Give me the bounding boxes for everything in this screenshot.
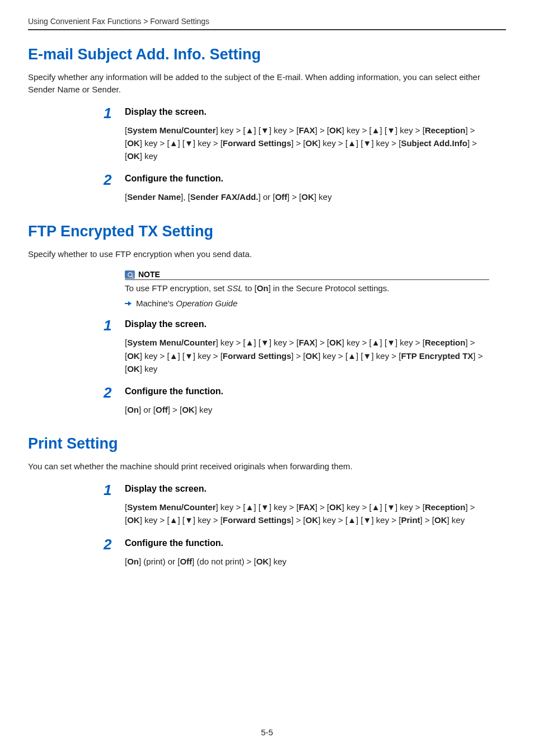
- step-title: Display the screen.: [125, 483, 207, 494]
- note-text: To use FTP encryption, set SSL to [On] i…: [125, 282, 489, 294]
- svg-point-0: [128, 273, 132, 277]
- note-rule: [125, 279, 489, 280]
- step-number-icon: 1: [104, 106, 125, 120]
- step-title: Display the screen.: [125, 106, 207, 117]
- step-number-icon: 2: [104, 537, 125, 552]
- step-number-icon: 2: [104, 385, 125, 400]
- svg-rect-2: [125, 303, 129, 304]
- step-header: 2 Configure the function.: [104, 385, 506, 400]
- step-title: Configure the function.: [125, 537, 223, 548]
- step-header: 2 Configure the function.: [104, 537, 506, 552]
- arrow-right-icon: [125, 300, 132, 307]
- step-body: [On] (print) or [Off] (do not print) > […: [125, 555, 489, 568]
- step-number-icon: 1: [104, 483, 125, 497]
- step-body: [System Menu/Counter] key > [▲] [▼] key …: [125, 336, 489, 375]
- cross-reference-text: Machine's Operation Guide: [136, 298, 237, 308]
- step-header: 2 Configure the function.: [104, 172, 506, 187]
- step-body: [System Menu/Counter] key > [▲] [▼] key …: [125, 124, 489, 163]
- step-body: [Sender Name], [Sender FAX/Add.] or [Off…: [125, 190, 489, 203]
- step-header: 1 Display the screen.: [104, 318, 506, 333]
- step-body: [System Menu/Counter] key > [▲] [▼] key …: [125, 501, 489, 527]
- step-number-icon: 1: [104, 318, 125, 333]
- step-title: Configure the function.: [125, 385, 223, 396]
- note-label: NOTE: [138, 270, 160, 279]
- step-number-icon: 2: [104, 172, 125, 187]
- page-number: 5-5: [0, 727, 534, 737]
- cross-reference: Machine's Operation Guide: [125, 298, 489, 308]
- svg-line-1: [132, 276, 133, 277]
- header-rule: [28, 29, 506, 30]
- section-intro: You can set whether the machine should p…: [28, 460, 506, 473]
- step-title: Display the screen.: [125, 318, 207, 329]
- step-title: Configure the function.: [125, 172, 223, 184]
- section-intro: Specify whether to use FTP encryption wh…: [28, 248, 506, 260]
- section-title-ftp-encrypted: FTP Encrypted TX Setting: [28, 223, 506, 240]
- step-body: [On] or [Off] > [OK] key: [125, 403, 489, 416]
- note-icon: [125, 270, 135, 279]
- section-title-email-subject: E-mail Subject Add. Info. Setting: [28, 46, 506, 63]
- note-block: NOTE To use FTP encryption, set SSL to […: [125, 270, 489, 308]
- step-header: 1 Display the screen.: [104, 106, 506, 120]
- breadcrumb: Using Convenient Fax Functions > Forward…: [28, 17, 506, 26]
- section-intro: Specify whether any information will be …: [28, 71, 506, 96]
- svg-marker-3: [128, 301, 132, 306]
- section-title-print-setting: Print Setting: [28, 435, 506, 452]
- step-header: 1 Display the screen.: [104, 483, 506, 497]
